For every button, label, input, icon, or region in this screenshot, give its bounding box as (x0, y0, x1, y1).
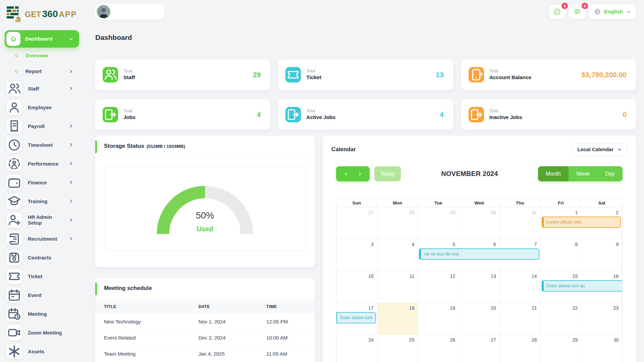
calendar-day-20[interactable]: 20 (459, 303, 500, 335)
sidebar-item-dashboard[interactable]: Dashboard (5, 30, 79, 48)
calendar-event[interactable]: Ab sit eius illo exp (419, 248, 539, 260)
view-day-button[interactable]: Day (598, 166, 623, 181)
chevron-down-icon (626, 9, 631, 14)
calendar-source-select[interactable]: Local Calendar (572, 143, 627, 156)
calendar-day-13[interactable]: 13 (459, 271, 500, 303)
calendar-day-30[interactable]: 30 (459, 207, 500, 239)
today-button[interactable]: Today (374, 166, 401, 181)
sidebar-item-employee[interactable]: Employee (5, 98, 79, 117)
sidebar-item-assets[interactable]: Assets (5, 342, 79, 361)
language-selector[interactable]: English (589, 4, 636, 19)
stat-prefix: Total (306, 69, 321, 73)
job-export-icon (285, 107, 301, 122)
calendar-card: Calendar Local Calendar Today NOVEMBER 2… (323, 136, 636, 362)
sidebar-item-overview[interactable]: Overview (5, 48, 79, 63)
calendar-day-3[interactable]: 3 (336, 239, 377, 271)
chevron-right-icon (68, 142, 74, 147)
calendar-clock-icon (7, 306, 22, 321)
sidebar: GET360APP DashboardOverviewReportStaffEm… (0, 0, 84, 362)
meeting-row[interactable]: Team MeetingJan 4, 202511:05 AM (95, 346, 315, 362)
prev-month-button[interactable] (342, 170, 350, 178)
view-week-button[interactable]: Week (569, 166, 598, 181)
gauge-used-label: Used (197, 225, 213, 233)
feedback-button[interactable]: 0 (569, 5, 586, 19)
meeting-date: Jan 4, 2025 (198, 346, 266, 362)
sidebar-item-training[interactable]: Training (5, 192, 79, 210)
sidebar-item-report[interactable]: Report (5, 63, 79, 79)
sidebar-nav: DashboardOverviewReportStaffEmployeePayr… (5, 30, 79, 361)
sidebar-item-meeting[interactable]: Meeting (5, 304, 79, 323)
calendar-day-8[interactable]: 8 (541, 239, 582, 271)
sidebar-item-label: Contracts (28, 255, 51, 260)
user-plus-icon (7, 213, 22, 228)
calendar-day-11[interactable]: 11 (377, 271, 418, 303)
calendar-day-10[interactable]: 10 (336, 271, 377, 303)
calendar-day-26[interactable]: 26 (418, 335, 459, 362)
calendar-event[interactable]: Dolor dolore iure (336, 312, 376, 323)
weekday-fri: Fri (541, 198, 582, 207)
calendar-event[interactable]: Dolor dolore iure qu (542, 280, 622, 292)
logo-blocks-icon (7, 5, 22, 23)
sidebar-item-zoom-meeting[interactable]: Zoom Meeting (5, 323, 79, 342)
calendar-day-28[interactable]: 28 (377, 207, 418, 239)
calendar-day-12[interactable]: 12 (418, 271, 459, 303)
sidebar-item-finance[interactable]: Finance (5, 173, 79, 192)
calendar-day-30[interactable]: 30 (581, 335, 622, 362)
gauge-percent: 50% (196, 210, 214, 221)
stat-card-account-balance: TotalAccount Balance$3,780,200.00 (461, 59, 636, 90)
meeting-title: Event Related (95, 330, 198, 346)
sidebar-item-performance[interactable]: Performance (5, 154, 79, 173)
calendar-day-18[interactable]: 18 (377, 303, 418, 335)
stat-value: 4 (257, 111, 261, 119)
accent-bar (95, 283, 97, 295)
sidebar-item-contracts[interactable]: Contracts (5, 248, 79, 267)
weekday-sun: Sun (336, 198, 377, 207)
sidebar-item-ticket[interactable]: Ticket (5, 267, 79, 286)
calendar-day-25[interactable]: 25 (377, 335, 418, 362)
calendar-title: Calendar (331, 146, 356, 153)
chat-dots-icon (553, 8, 561, 15)
calendar-day-4[interactable]: 4 (377, 239, 418, 271)
chevron-right-icon (357, 171, 363, 177)
scroll-icon (7, 231, 22, 246)
calendar-day-28[interactable]: 28 (500, 335, 541, 362)
sidebar-item-timesheet[interactable]: Timesheet (5, 135, 79, 154)
view-month-button[interactable]: Month (538, 166, 568, 181)
stat-prefix: Total (489, 109, 522, 113)
stat-value: 13 (436, 71, 443, 79)
weekday-wed: Wed (459, 198, 500, 207)
meeting-row[interactable]: New TechnologyNov 1, 202412:05 PM (95, 314, 315, 330)
calendar-day-22[interactable]: 22 (541, 303, 582, 335)
sidebar-item-staff[interactable]: Staff (5, 79, 79, 98)
next-month-button[interactable] (356, 170, 364, 178)
stat-value: 4 (440, 111, 444, 119)
calendar-day-23[interactable]: 23 (581, 303, 622, 335)
calendar-day-27[interactable]: 27 (336, 207, 377, 239)
asterisk-icon (7, 344, 22, 359)
calendar-day-9[interactable]: 9 (581, 239, 622, 271)
meeting-row[interactable]: Event RelatedDec 2, 202410:00 AM (95, 330, 315, 346)
wallet-icon (7, 175, 22, 190)
sidebar-item-payroll[interactable]: Payroll (5, 117, 79, 135)
meeting-time: 10:00 AM (266, 330, 315, 346)
sidebar-item-hr-admin-setup[interactable]: HR Admin Setup (5, 210, 79, 229)
calendar-day-21[interactable]: 21 (500, 303, 541, 335)
calendar-day-29[interactable]: 29 (541, 335, 582, 362)
calendar-day-31[interactable]: 31 (500, 207, 541, 239)
sidebar-item-label: Dashboard (25, 36, 64, 42)
meeting-time: 11:05 AM (266, 346, 315, 362)
sidebar-item-recruitment[interactable]: Recruitment (5, 229, 79, 248)
storage-title: Storage Status (104, 143, 144, 149)
sidebar-item-event[interactable]: Event (5, 286, 79, 304)
profile-card[interactable] (95, 4, 164, 20)
calendar-day-27[interactable]: 27 (459, 335, 500, 362)
calendar-day-29[interactable]: 29 (418, 207, 459, 239)
calendar-day-24[interactable]: 24 (336, 335, 377, 362)
calendar-day-19[interactable]: 19 (418, 303, 459, 335)
video-camera-icon (7, 325, 22, 340)
sidebar-item-label: HR Admin Setup (28, 214, 62, 226)
calendar-event[interactable]: Lorem officiis nihil (542, 217, 621, 228)
chat-button[interactable]: 0 (549, 5, 566, 19)
calendar-day-14[interactable]: 14 (500, 271, 541, 303)
sidebar-item-label: Event (28, 292, 42, 298)
